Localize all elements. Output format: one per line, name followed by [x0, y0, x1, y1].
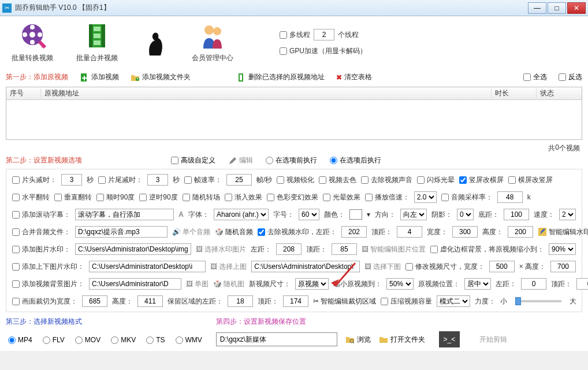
fps-checkbox[interactable]: [184, 176, 192, 184]
bg-left-input[interactable]: [521, 278, 546, 290]
shrink-select[interactable]: 50%: [386, 278, 414, 290]
tail-cut-checkbox[interactable]: [98, 176, 106, 184]
remove-wm-checkbox[interactable]: [258, 228, 265, 236]
multithread-checkbox[interactable]: [280, 31, 287, 39]
pick-wm-img-button[interactable]: 🖼选择水印图片: [196, 245, 246, 254]
bg-path-input[interactable]: [89, 278, 181, 290]
img-wm-path-input[interactable]: [75, 243, 191, 255]
shadow-select[interactable]: 0: [457, 209, 474, 220]
random-bg-button[interactable]: 🎲随机图: [213, 279, 244, 289]
img-wm-top-input[interactable]: [332, 243, 357, 255]
head-cut-checkbox[interactable]: [12, 176, 20, 184]
color-swatch[interactable]: [349, 209, 362, 220]
desat-checkbox[interactable]: [319, 176, 326, 184]
force-slider[interactable]: [515, 300, 561, 302]
pick-top-img-button[interactable]: 🖼选择上图: [210, 262, 247, 272]
fmt-mp4-radio[interactable]: [8, 336, 16, 344]
hflip-checkbox[interactable]: [12, 194, 20, 201]
resize-checkbox[interactable]: [405, 263, 413, 271]
crop-w-input[interactable]: [82, 295, 107, 307]
batch-convert-button[interactable]: 批量转换视频: [12, 22, 53, 63]
crop-h-input[interactable]: [137, 295, 163, 307]
wm-left-input[interactable]: [341, 226, 367, 238]
v2h-checkbox[interactable]: [459, 176, 467, 184]
crop-left-input[interactable]: [228, 295, 253, 307]
add-folder-link[interactable]: 添加视频文件夹: [131, 72, 191, 82]
tail-cut-input[interactable]: [147, 174, 168, 186]
single-audio-button[interactable]: 🔊单个音频: [172, 227, 210, 237]
tb-wm-checkbox[interactable]: [12, 263, 20, 271]
dir-select[interactable]: 向左: [400, 209, 427, 220]
crop-checkbox[interactable]: [12, 298, 20, 305]
arate-checkbox[interactable]: [441, 194, 449, 201]
speed-select[interactable]: 2.0: [414, 191, 437, 203]
wm-height-input[interactable]: [508, 226, 533, 238]
bg-top-input[interactable]: [576, 278, 588, 290]
single-bg-button[interactable]: 🖼单图: [186, 279, 209, 289]
bg-img-checkbox[interactable]: [12, 280, 20, 288]
col-address[interactable]: 原视频地址: [41, 88, 492, 98]
rand-trans-checkbox[interactable]: [183, 194, 190, 201]
fmt-mov-radio[interactable]: [75, 336, 83, 344]
pos-select[interactable]: 居中: [464, 278, 491, 290]
mute-checkbox[interactable]: [361, 176, 369, 184]
delete-selected-link[interactable]: 删除已选择的原视频地址: [237, 72, 325, 82]
fmt-flv-radio[interactable]: [43, 336, 50, 344]
start-label[interactable]: 开始剪辑: [479, 335, 507, 345]
flash-checkbox[interactable]: [417, 176, 425, 184]
blur-border-checkbox[interactable]: [430, 246, 438, 253]
edit-button[interactable]: 编辑: [228, 156, 253, 165]
batch-merge-button[interactable]: 批量合并视频: [76, 22, 118, 63]
scroll-sub-checkbox[interactable]: [12, 211, 20, 219]
audio-path-input[interactable]: [75, 226, 168, 238]
h2v-checkbox[interactable]: [508, 176, 516, 184]
font-select[interactable]: Aharoni (ahr.): [214, 209, 269, 220]
bottom-input[interactable]: [504, 209, 529, 220]
sharpen-checkbox[interactable]: [277, 176, 284, 184]
add-video-link[interactable]: 添加视频: [80, 72, 119, 82]
fmt-wmv-radio[interactable]: [176, 336, 183, 344]
save-path-input[interactable]: [216, 332, 337, 346]
member-center-button[interactable]: 会员管理中心: [192, 22, 233, 63]
advanced-checkbox[interactable]: [171, 157, 178, 164]
maximize-button[interactable]: □: [548, 2, 566, 14]
arate-input[interactable]: [497, 191, 523, 203]
col-status[interactable]: 状态: [537, 88, 582, 98]
smart-img-button[interactable]: 🖼智能编辑图片位置: [362, 245, 426, 254]
fmt-ts-radio[interactable]: [146, 336, 154, 344]
smart-wm-button[interactable]: 智能编辑水印位置: [538, 227, 588, 237]
cw-checkbox[interactable]: [96, 194, 104, 201]
font-picker-icon[interactable]: A: [178, 210, 184, 219]
gpu-checkbox[interactable]: [280, 47, 287, 55]
blur-shrink-select[interactable]: 90%: [549, 243, 576, 255]
fontsize-select[interactable]: 60: [299, 209, 319, 220]
select-all-checkbox[interactable]: [523, 73, 531, 81]
scroll-speed-select[interactable]: 2: [559, 209, 576, 220]
vflip-checkbox[interactable]: [54, 194, 62, 201]
img-wm-checkbox[interactable]: [12, 246, 20, 253]
merge-audio-checkbox[interactable]: [12, 228, 20, 236]
fps-input[interactable]: [226, 174, 252, 186]
newsize-select[interactable]: 原视频: [295, 278, 329, 290]
thread-count-input[interactable]: [314, 29, 334, 40]
resize-h-input[interactable]: [550, 261, 576, 272]
wm-top-input[interactable]: [397, 226, 422, 238]
compress-checkbox[interactable]: [381, 298, 388, 305]
crop-top-input[interactable]: [283, 295, 308, 307]
speed-checkbox[interactable]: [365, 194, 373, 201]
wm-width-input[interactable]: [452, 226, 478, 238]
top-img-path-input[interactable]: [89, 261, 206, 272]
halo-checkbox[interactable]: [323, 194, 330, 201]
resize-w-input[interactable]: [489, 261, 515, 272]
head-cut-input[interactable]: [61, 174, 82, 186]
exec-before-radio[interactable]: [266, 157, 273, 164]
img-wm-left-input[interactable]: [276, 243, 302, 255]
invert-checkbox[interactable]: [559, 73, 566, 81]
scroll-text-input[interactable]: [75, 209, 174, 220]
minimize-button[interactable]: —: [528, 2, 546, 14]
ccw-checkbox[interactable]: [139, 194, 147, 201]
pick-bottom-img-button[interactable]: 🖼选择下图: [364, 262, 401, 272]
fadein-checkbox[interactable]: [225, 194, 232, 201]
start-icon-button[interactable]: >_<: [439, 331, 460, 347]
col-number[interactable]: 序号: [6, 88, 41, 98]
